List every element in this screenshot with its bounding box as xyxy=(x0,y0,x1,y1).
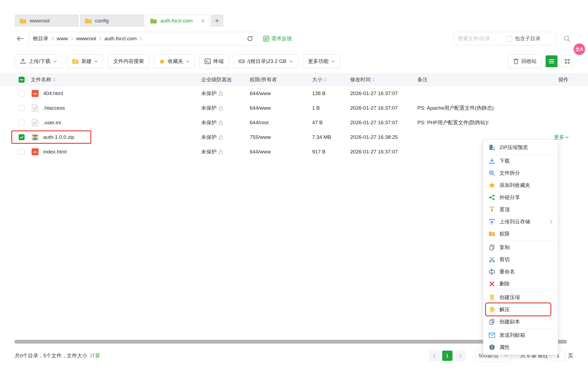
menu-item-zip-preview[interactable]: ZIP压缩预览 xyxy=(483,141,558,153)
plus-icon: + xyxy=(215,16,219,25)
unlock-icon xyxy=(219,135,223,140)
tab-label: auth.forzl.com xyxy=(160,18,192,24)
menu-item-rename[interactable]: 重命名 xyxy=(483,266,558,278)
menu-item-cut[interactable]: 剪切 xyxy=(483,253,558,266)
feedback-label: 需求反馈 xyxy=(271,35,292,42)
tamper-status[interactable]: 未保护 xyxy=(201,119,217,126)
new-label: 新建 xyxy=(81,58,92,65)
file-name[interactable]: auth-1.0.0.zip xyxy=(43,134,74,140)
menu-divider xyxy=(483,154,558,154)
share-icon xyxy=(488,194,495,201)
header-size[interactable]: 大小 xyxy=(312,76,322,83)
file-name[interactable]: .user.ini xyxy=(43,120,61,126)
menu-item-download[interactable]: 下载 xyxy=(483,155,558,167)
breadcrumb-root[interactable]: 根目录 xyxy=(33,35,48,42)
refresh-icon[interactable] xyxy=(247,35,253,42)
sort-icon[interactable] xyxy=(53,78,56,82)
more-functions-button[interactable]: 更多功能 xyxy=(303,54,340,68)
menu-label: 复制 xyxy=(499,244,510,251)
tab-auth-forzl-com[interactable]: auth.forzl.com × xyxy=(146,15,209,27)
feedback-link[interactable]: 需求反馈 xyxy=(263,35,292,42)
translate-icon[interactable]: 文A xyxy=(574,43,585,55)
tab-close-icon[interactable]: × xyxy=(201,18,205,24)
menu-item-delete[interactable]: 删除 xyxy=(483,278,558,290)
menu-label: 置顶 xyxy=(499,206,510,213)
recycle-bin-button[interactable]: 回收站 xyxy=(508,54,542,68)
favorites-button[interactable]: 收藏夹 xyxy=(154,54,195,68)
tamper-status[interactable]: 未保护 xyxy=(201,134,217,141)
tamper-status[interactable]: 未保护 xyxy=(201,90,217,97)
list-view-button[interactable] xyxy=(546,55,557,67)
calculate-size-link[interactable]: 计算 xyxy=(90,352,100,359)
menu-item-add-favorite[interactable]: 添加到收藏夹 xyxy=(483,179,558,191)
search-area: 包含子目录 xyxy=(454,32,573,45)
content-search-button[interactable]: 文件内容搜索 xyxy=(108,54,149,68)
file-size: 138 B xyxy=(312,90,350,96)
next-page-button[interactable] xyxy=(455,351,465,361)
sort-icon[interactable] xyxy=(372,78,375,82)
table-row[interactable]: .user.ini 未保护 644/root 47 B 2026-01-27 1… xyxy=(0,115,588,130)
table-row[interactable]: </> 404.html 未保护 644/www 138 B 2026-01-2… xyxy=(0,86,588,101)
header-permission: 权限/所有者 xyxy=(250,76,277,83)
file-name[interactable]: index.html xyxy=(43,149,67,155)
menu-item-file-split[interactable]: 文件拆分 xyxy=(483,167,558,179)
row-checkbox[interactable] xyxy=(19,90,25,96)
menu-item-copy[interactable]: 复制 xyxy=(483,241,558,253)
header-note: 备注 xyxy=(417,76,428,83)
terminal-button[interactable]: 终端 xyxy=(200,54,229,68)
menu-item-share-link[interactable]: 外链分享 xyxy=(483,191,558,203)
current-page-button[interactable]: 1 xyxy=(442,351,452,361)
sort-icon[interactable] xyxy=(324,78,327,82)
include-subdir-checkbox[interactable] xyxy=(506,36,512,42)
unlock-icon xyxy=(219,120,223,125)
menu-item-permission[interactable]: 权限 xyxy=(483,228,558,240)
table-row[interactable]: .htaccess 未保护 644/www 1 B 2026-01-27 16:… xyxy=(0,101,588,115)
menu-item-unzip[interactable]: 解压 xyxy=(483,303,558,315)
file-mtime: 2026-01-27 16:37:07 xyxy=(350,149,417,155)
breadcrumb-wwwroot[interactable]: wwwroot xyxy=(76,36,96,42)
grid-view-button[interactable] xyxy=(561,55,573,67)
menu-item-send-mail[interactable]: 发送到邮箱 xyxy=(483,329,558,341)
prev-page-button[interactable] xyxy=(429,351,440,361)
menu-item-upload-cloud[interactable]: 上传到云存储 xyxy=(483,216,558,228)
new-tab-button[interactable]: + xyxy=(211,15,223,27)
back-button[interactable] xyxy=(15,33,26,44)
disk-select-button[interactable]: /(根目录)23.2 GB xyxy=(234,54,298,68)
breadcrumb-current[interactable]: auth.forzl.com xyxy=(104,36,137,42)
menu-divider xyxy=(483,240,558,241)
row-checkbox[interactable] xyxy=(19,120,25,126)
menu-item-properties[interactable]: 属性 xyxy=(483,341,558,353)
header-file-name[interactable]: 文件名称 xyxy=(31,76,51,83)
tamper-status[interactable]: 未保护 xyxy=(201,105,217,112)
header-mtime[interactable]: 修改时间 xyxy=(350,76,371,83)
create-archive-icon xyxy=(488,294,495,301)
menu-item-duplicate[interactable]: 创建副本 xyxy=(483,315,558,328)
breadcrumb: 根目录 www wwwroot auth.forzl.com xyxy=(28,32,258,45)
tab-config[interactable]: config xyxy=(80,15,144,27)
file-permission: 644/root xyxy=(250,120,312,126)
include-subdir-label: 包含子目录 xyxy=(515,35,540,42)
tamper-status[interactable]: 未保护 xyxy=(201,148,217,155)
file-name[interactable]: .htaccess xyxy=(43,105,65,111)
tab-wwwroot[interactable]: wwwroot xyxy=(15,15,79,27)
search-icon[interactable] xyxy=(561,32,573,45)
select-all-checkbox[interactable] xyxy=(19,77,25,83)
menu-item-pin-top[interactable]: 置顶 xyxy=(483,203,558,216)
row-checkbox[interactable] xyxy=(19,105,25,111)
feedback-icon xyxy=(263,36,269,42)
tab-label: config xyxy=(95,18,109,24)
file-note[interactable]: PS: Apache用户配置文件(伪静态) xyxy=(417,105,536,112)
info-icon xyxy=(488,344,495,350)
menu-label: 上传到云存储 xyxy=(499,218,530,225)
folder-icon xyxy=(85,18,92,24)
search-input[interactable] xyxy=(458,36,504,42)
row-checkbox[interactable] xyxy=(19,149,25,155)
file-name[interactable]: 404.html xyxy=(43,90,63,96)
new-button[interactable]: 新建 xyxy=(67,54,103,68)
breadcrumb-www[interactable]: www xyxy=(57,36,68,42)
row-checkbox[interactable] xyxy=(19,134,25,140)
file-note[interactable]: PS: PHP用户配置文件(防跨站)! xyxy=(417,119,536,126)
menu-label: 属性 xyxy=(499,344,510,351)
upload-download-button[interactable]: 上传/下载 xyxy=(15,54,62,68)
menu-item-create-archive[interactable]: 创建压缩 xyxy=(483,291,558,303)
